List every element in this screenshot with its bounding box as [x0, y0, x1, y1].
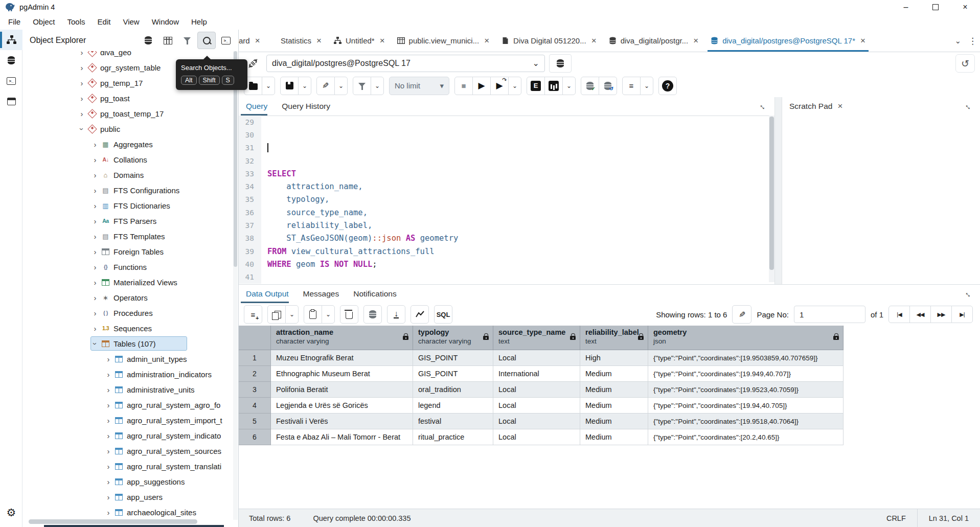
new-connection-button[interactable] [549, 54, 572, 73]
cursor-position-label[interactable]: Ln 31, Col 1 [929, 514, 969, 522]
table-row-3[interactable]: 3Polifonia Beratitoral_traditionLocalMed… [239, 382, 980, 398]
scratch-pad-content[interactable] [782, 116, 980, 284]
tree-item-fts-parsers[interactable]: ›AaFTS Parsers [22, 213, 232, 228]
expand-editor-icon[interactable]: ↔ [757, 100, 769, 112]
cell-geometry[interactable]: {"type":"Point","coordinates":[20.2,40.6… [648, 429, 844, 445]
cell-reliability_label[interactable]: Medium [580, 414, 648, 429]
row-number-cell[interactable]: 5 [239, 414, 271, 429]
edit-menu-button[interactable]: ⌄ [334, 77, 348, 95]
next-page-button[interactable]: ▶▶ [930, 306, 952, 323]
chevron-collapsed-icon[interactable]: › [78, 109, 86, 118]
tab-query[interactable]: Query [239, 97, 275, 116]
edit-button[interactable]: ✎ [316, 77, 335, 95]
column-header-reliability_label[interactable]: reliability_labeltext [580, 326, 648, 350]
tree-item-functions[interactable]: ›{}Functions [22, 259, 232, 274]
document-tab-3[interactable]: public.view_munici...× [391, 30, 496, 52]
tree-item-app-suggestions[interactable]: ›app_suggestions [22, 474, 232, 489]
tree-item-pg-toast-temp-17[interactable]: ›pg_toast_temp_17 [22, 106, 232, 121]
cell-attraction_name[interactable]: Legjenda e Urës së Goricës [271, 398, 413, 414]
save-data-changes-button[interactable] [363, 305, 382, 324]
results-tab-data-output[interactable]: Data Output [239, 285, 296, 303]
chevron-collapsed-icon[interactable]: › [91, 201, 99, 210]
sql-editor[interactable]: 2930313233SELECT34 attraction_name,35 ty… [239, 116, 774, 284]
tab-query-history[interactable]: Query History [275, 97, 337, 116]
document-tab-0[interactable]: ard× [239, 30, 275, 52]
tree-item-diva-geo[interactable]: ›diva_geo [22, 51, 232, 60]
cell-attraction_name[interactable]: Festa e Abaz Ali – Mali Tomorr - Berat [271, 429, 413, 445]
search-objects-button[interactable] [197, 32, 216, 49]
eol-indicator[interactable]: CRLF [886, 514, 906, 522]
document-tab-1[interactable]: Statistics× [275, 30, 328, 52]
column-header-attraction_name[interactable]: attraction_namecharacter varying [271, 326, 413, 350]
settings-button[interactable]: ⚙ [0, 503, 22, 522]
tree-item-administrative-units[interactable]: ›administrative_units [22, 382, 232, 397]
tab-list-chevron-icon[interactable]: ⌄ [954, 36, 961, 45]
add-row-button[interactable]: ≡ [244, 305, 262, 324]
macros-menu-button[interactable]: ⌄ [640, 77, 653, 95]
visualise-data-button[interactable] [411, 305, 429, 324]
row-number-cell[interactable]: 6 [239, 429, 271, 445]
last-page-button[interactable]: ▶| [951, 306, 973, 323]
help-button[interactable]: ? [658, 77, 677, 95]
macros-button[interactable]: ≡ [622, 77, 641, 95]
save-menu-button[interactable]: ⌄ [298, 77, 311, 95]
maximize-button[interactable] [921, 0, 950, 14]
menu-help[interactable]: Help [185, 17, 213, 26]
expand-results-icon[interactable]: ↔ [963, 288, 975, 300]
filter-rows-button[interactable] [178, 32, 196, 49]
close-tab-icon[interactable]: × [380, 36, 385, 46]
chevron-collapsed-icon[interactable]: › [78, 51, 86, 57]
cell-reliability_label[interactable]: High [580, 350, 648, 366]
tree-item-aggregates[interactable]: ›▦Aggregates [22, 136, 232, 152]
cell-reliability_label[interactable]: Medium [580, 382, 648, 398]
tree-item-collations[interactable]: ›A↓Collations [22, 152, 232, 167]
editor-splitter[interactable] [774, 97, 782, 284]
tree-item-domains[interactable]: ›⌂Domains [22, 167, 232, 182]
menu-object[interactable]: Object [27, 17, 61, 26]
tab-menu-kebab-icon[interactable]: ⋮ [968, 36, 977, 47]
edit-range-button[interactable]: ✎ [732, 305, 751, 324]
chevron-collapsed-icon[interactable]: › [104, 447, 112, 455]
explain-button[interactable]: E [527, 77, 545, 95]
editor-scrollbar[interactable] [769, 116, 774, 282]
save-file-button[interactable] [280, 77, 299, 95]
chevron-collapsed-icon[interactable]: › [104, 385, 112, 394]
chevron-expanded-icon[interactable]: › [78, 125, 86, 133]
close-tab-icon[interactable]: × [860, 36, 865, 46]
cell-reliability_label[interactable]: Medium [580, 429, 648, 445]
menu-tools[interactable]: Tools [61, 17, 92, 26]
table-row-1[interactable]: 1Muzeu Etnografik BeratGIS_POINTLocalHig… [239, 350, 980, 366]
table-row-2[interactable]: 2Ethnographic Museum BeratGIS_POINTInter… [239, 366, 980, 382]
object-explorer-activity-button[interactable] [0, 30, 22, 50]
table-row-5[interactable]: 5Festivali i VerësfestivalLocalMedium{"t… [239, 414, 980, 429]
cell-reliability_label[interactable]: Medium [580, 366, 648, 382]
chevron-collapsed-icon[interactable]: › [104, 431, 112, 440]
cell-source_type_name[interactable]: Local [493, 429, 580, 445]
row-number-cell[interactable]: 3 [239, 382, 271, 398]
cell-attraction_name[interactable]: Polifonia Beratit [271, 382, 413, 398]
show-sql-button[interactable]: SQL [434, 305, 452, 324]
cell-source_type_name[interactable]: Local [493, 350, 580, 366]
close-tab-icon[interactable]: × [591, 36, 597, 46]
cell-source_type_name[interactable]: Local [493, 382, 580, 398]
chevron-collapsed-icon[interactable]: › [104, 493, 112, 501]
document-tab-6[interactable]: diva_digital/postgres@PostgreSQL 17*× [704, 30, 872, 52]
tree-item-materialized-views[interactable]: ›Materialized Views [22, 274, 232, 290]
tree-item-fts-templates[interactable]: ›▤FTS Templates [22, 228, 232, 244]
row-limit-select[interactable]: No limit ▾ [389, 77, 449, 95]
chevron-collapsed-icon[interactable]: › [91, 232, 99, 241]
execute-options-button[interactable]: ▶ [490, 77, 509, 95]
psql-activity-button[interactable]: >_ [0, 71, 22, 91]
execute-menu-button[interactable]: ⌄ [508, 77, 521, 95]
object-tree[interactable]: ›diva_geo›ogr_system_table›pg_temp_17›pg… [22, 51, 232, 520]
cell-typology[interactable]: GIS_POINT [413, 366, 493, 382]
tree-horizontal-scrollbar[interactable] [29, 519, 197, 524]
explain-analyze-button[interactable] [544, 77, 563, 95]
execute-button[interactable]: ▶ [472, 77, 491, 95]
cell-reliability_label[interactable]: Medium [580, 398, 648, 414]
close-tab-icon[interactable]: × [693, 36, 698, 46]
processes-activity-button[interactable] [0, 91, 22, 111]
open-file-menu-button[interactable]: ⌄ [262, 77, 275, 95]
minimize-button[interactable]: – [891, 0, 921, 14]
menu-edit[interactable]: Edit [92, 17, 117, 26]
